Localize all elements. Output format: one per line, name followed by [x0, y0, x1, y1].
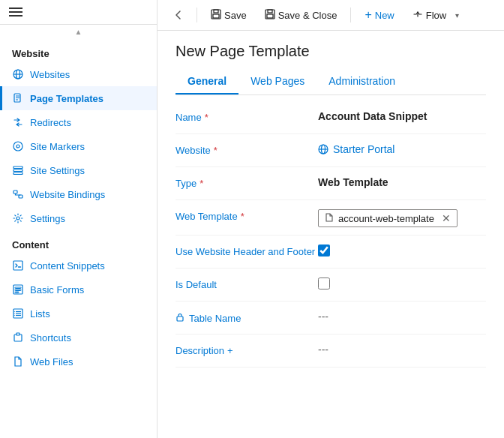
- hamburger-menu[interactable]: [9, 8, 22, 16]
- sidebar-item-websites[interactable]: Websites: [0, 62, 157, 86]
- use-header-footer-checkbox[interactable]: [318, 244, 330, 256]
- svg-rect-26: [214, 10, 218, 13]
- toolbar-separator-1: [196, 8, 197, 22]
- sidebar-item-content-snippets[interactable]: Content Snippets: [0, 254, 157, 278]
- svg-rect-12: [14, 261, 22, 270]
- sidebar-item-basic-forms-label: Basic Forms: [30, 284, 84, 296]
- tag-file-icon: [325, 213, 334, 224]
- web-template-tag: account-web-template ✕: [318, 209, 458, 227]
- save-button[interactable]: Save: [203, 5, 254, 26]
- redirect-icon: [12, 116, 24, 128]
- web-template-label: Web Template *: [176, 208, 318, 222]
- type-required: *: [200, 178, 203, 189]
- web-template-remove-button[interactable]: ✕: [442, 212, 451, 224]
- flow-dropdown-arrow[interactable]: ▾: [455, 11, 459, 20]
- page-main: New Page Template General Web Pages Admi…: [158, 31, 504, 438]
- flow-icon: [412, 9, 423, 22]
- tabs: General Web Pages Administration: [176, 69, 486, 95]
- sidebar-item-page-templates-label: Page Templates: [30, 93, 104, 104]
- form-icon: [12, 284, 24, 296]
- form-row-is-default: Is Default: [176, 268, 486, 302]
- svg-point-11: [16, 217, 20, 220]
- sidebar-item-basic-forms[interactable]: Basic Forms: [0, 278, 157, 302]
- sidebar-item-shortcuts[interactable]: Shortcuts: [0, 326, 157, 350]
- sidebar-item-web-files[interactable]: Web Files: [0, 350, 157, 374]
- tab-administration[interactable]: Administration: [316, 69, 407, 94]
- new-button[interactable]: + New: [357, 4, 401, 26]
- sidebar-item-redirects-label: Redirects: [30, 117, 71, 128]
- globe-icon: [12, 68, 24, 80]
- svg-point-22: [14, 313, 15, 314]
- sidebar-item-shortcuts-label: Shortcuts: [30, 332, 71, 344]
- form-row-web-template: Web Template * account-web-template ✕: [176, 200, 486, 236]
- sidebar-item-lists[interactable]: Lists: [0, 302, 157, 326]
- flow-dropdown[interactable]: Flow ▾: [405, 5, 459, 26]
- is-default-value: [318, 276, 486, 290]
- save-close-icon: [265, 9, 275, 22]
- is-default-label: Is Default: [176, 276, 318, 290]
- svg-rect-15: [15, 290, 21, 291]
- site-markers-icon: [12, 140, 24, 152]
- gear-icon: [12, 212, 24, 224]
- website-label: Website *: [176, 142, 318, 156]
- name-required: *: [205, 112, 208, 123]
- toolbar: Save Save & Close + New Flow ▾: [158, 0, 504, 31]
- type-value: Web Template: [318, 175, 486, 188]
- svg-rect-16: [15, 292, 19, 293]
- website-required: *: [214, 145, 218, 156]
- sidebar-header: [0, 0, 157, 25]
- table-name-label: Table Name: [176, 309, 318, 324]
- form: Name * Account Data Snippet Website * St…: [176, 95, 486, 368]
- sidebar-item-website-bindings[interactable]: Website Bindings: [0, 182, 157, 206]
- svg-rect-30: [267, 14, 273, 18]
- description-value: ---: [318, 342, 486, 356]
- description-label: Description +: [176, 342, 318, 356]
- sidebar-item-site-settings[interactable]: Site Settings: [0, 158, 157, 182]
- shortcut-icon: [12, 332, 24, 344]
- form-row-website: Website * Starter Portal: [176, 134, 486, 167]
- use-header-footer-label: Use Website Header and Footer: [176, 243, 318, 257]
- toolbar-separator-2: [350, 8, 351, 22]
- is-default-checkbox[interactable]: [318, 278, 330, 290]
- type-label: Type *: [176, 175, 318, 189]
- lock-icon: [176, 312, 184, 324]
- website-value: Starter Portal: [318, 142, 486, 155]
- back-button[interactable]: [166, 5, 190, 25]
- svg-rect-14: [15, 287, 21, 289]
- tab-general[interactable]: General: [176, 69, 238, 94]
- file-icon: [12, 356, 24, 368]
- svg-point-5: [16, 145, 20, 148]
- sidebar-item-lists-label: Lists: [30, 308, 50, 320]
- form-row-description: Description + ---: [176, 334, 486, 368]
- svg-rect-10: [19, 195, 22, 198]
- sidebar-item-web-files-label: Web Files: [30, 356, 74, 368]
- save-close-label: Save & Close: [278, 10, 338, 21]
- table-name-value: ---: [318, 309, 486, 322]
- svg-rect-29: [268, 10, 272, 13]
- snippet-icon: [12, 260, 24, 272]
- svg-rect-34: [177, 316, 183, 321]
- sidebar-item-site-markers-label: Site Markers: [30, 141, 85, 152]
- name-value: Account Data Snippet: [318, 109, 486, 122]
- save-icon: [211, 9, 221, 22]
- save-close-button[interactable]: Save & Close: [257, 5, 345, 26]
- form-row-table-name: Table Name ---: [176, 302, 486, 334]
- sidebar-item-site-markers[interactable]: Site Markers: [0, 134, 157, 158]
- flow-button[interactable]: Flow: [405, 5, 454, 26]
- sidebar-item-page-templates[interactable]: Page Templates: [0, 86, 157, 110]
- name-label: Name *: [176, 109, 318, 123]
- description-required: +: [227, 345, 233, 356]
- svg-rect-6: [14, 166, 22, 169]
- website-link[interactable]: Starter Portal: [318, 143, 394, 155]
- website-link-text: Starter Portal: [333, 143, 394, 155]
- sidebar-item-settings[interactable]: Settings: [0, 206, 157, 230]
- sidebar-item-redirects[interactable]: Redirects: [0, 110, 157, 134]
- svg-rect-7: [14, 170, 22, 172]
- tab-web-pages[interactable]: Web Pages: [238, 69, 316, 94]
- form-row-use-header-footer: Use Website Header and Footer: [176, 236, 486, 268]
- web-template-value: account-web-template ✕: [318, 208, 486, 227]
- web-template-required: *: [241, 211, 244, 222]
- svg-rect-24: [16, 333, 20, 335]
- scroll-up-indicator: ▲: [0, 25, 157, 39]
- svg-point-21: [14, 311, 15, 312]
